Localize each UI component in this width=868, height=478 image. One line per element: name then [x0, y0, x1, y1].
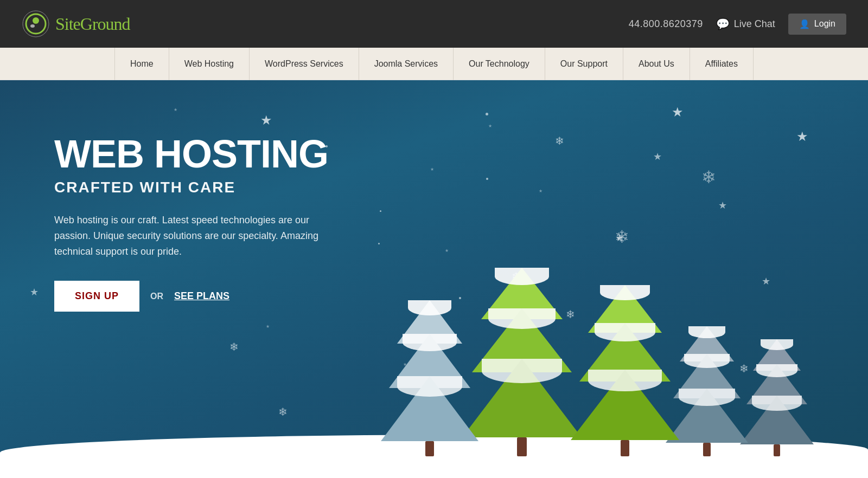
- hero-content: WEB HOSTING CRAFTED WITH CARE Web hostin…: [54, 134, 347, 312]
- see-plans-button[interactable]: SEE PLANS: [174, 290, 229, 302]
- nav-item-affiliates[interactable]: Affiliates: [690, 48, 754, 80]
- logo-icon: [22, 10, 50, 38]
- hero-title: WEB HOSTING: [54, 134, 347, 173]
- top-bar: SiteGround 44.800.8620379 💬 Live Chat 👤 …: [0, 0, 868, 48]
- login-label: Login: [814, 19, 835, 29]
- nav-bar: Home Web Hosting WordPress Services Joom…: [0, 48, 868, 80]
- live-chat-button[interactable]: 💬 Live Chat: [716, 17, 775, 30]
- nav-item-wordpress[interactable]: WordPress Services: [250, 48, 359, 80]
- top-right-actions: 44.800.8620379 💬 Live Chat 👤 Login: [629, 14, 846, 35]
- trees-area: [381, 268, 814, 456]
- chat-icon: 💬: [716, 17, 730, 30]
- nav-item-joomla[interactable]: Joomla Services: [359, 48, 454, 80]
- hero-actions: SIGN UP OR SEE PLANS: [54, 281, 347, 312]
- signup-button[interactable]: SIGN UP: [54, 281, 139, 312]
- hero-description: Web hosting is our craft. Latest speed t…: [54, 212, 347, 259]
- tree-trunk: [703, 443, 711, 456]
- nav-item-technology[interactable]: Our Technology: [454, 48, 545, 80]
- hero-subtitle: CRAFTED WITH CARE: [54, 179, 347, 196]
- user-icon: 👤: [799, 19, 810, 29]
- tree-trunk: [621, 440, 629, 456]
- tree-trunk: [517, 437, 527, 456]
- tree-green-mid: [571, 285, 679, 456]
- logo-area[interactable]: SiteGround: [22, 10, 130, 38]
- svg-point-3: [30, 24, 35, 28]
- tree-green-large: [462, 268, 582, 456]
- tree-trunk: [425, 441, 434, 456]
- nav-item-web-hosting[interactable]: Web Hosting: [169, 48, 250, 80]
- login-button[interactable]: 👤 Login: [788, 14, 846, 35]
- phone-number: 44.800.8620379: [629, 18, 703, 30]
- tree-trunk: [774, 444, 780, 456]
- svg-point-2: [33, 17, 39, 24]
- live-chat-label: Live Chat: [734, 18, 775, 30]
- nav-item-home[interactable]: Home: [114, 48, 169, 80]
- nav-item-about[interactable]: About Us: [623, 48, 690, 80]
- logo-site: Site: [55, 14, 80, 34]
- nav-item-support[interactable]: Our Support: [545, 48, 623, 80]
- tree-grey-far: [740, 339, 814, 456]
- or-text: OR: [150, 292, 163, 301]
- main-nav: Home Web Hosting WordPress Services Joom…: [114, 48, 754, 80]
- logo-text: SiteGround: [55, 14, 130, 34]
- tree-white-left: [381, 300, 478, 456]
- hero-section: ★ ★ ★ ★ ★ ★ ★ ★ ★ ★ ★ ★ ★ ★ ★ ❄ ❄ ❄ ❄ ❄ …: [0, 80, 868, 478]
- logo-ground: Ground: [80, 14, 130, 34]
